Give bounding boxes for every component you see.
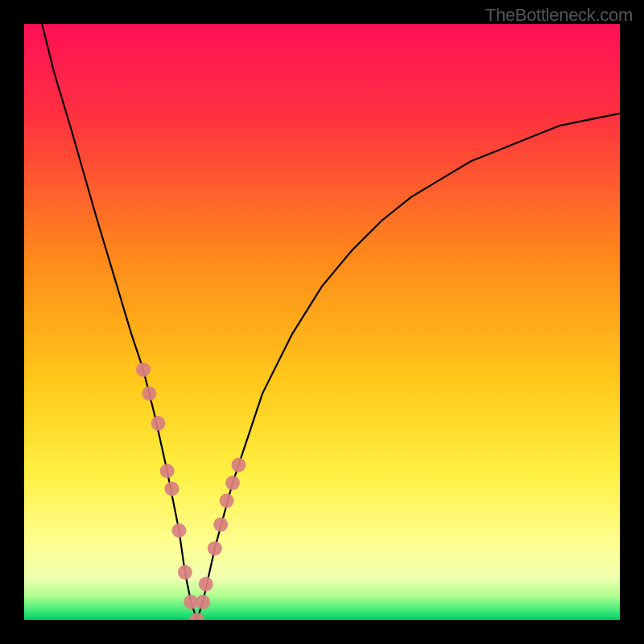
watermark-label: TheBottleneck.com <box>485 5 633 26</box>
marker-dot <box>151 416 166 431</box>
marker-dot <box>196 595 210 609</box>
highlight-markers <box>136 362 246 620</box>
marker-dot <box>165 481 180 496</box>
marker-dot <box>231 458 246 473</box>
marker-dot <box>190 613 204 620</box>
frame-right <box>620 0 644 644</box>
marker-dot <box>213 518 228 532</box>
marker-dot <box>142 386 156 401</box>
bottleneck-curve-path <box>42 24 620 620</box>
marker-dot <box>208 541 222 555</box>
marker-dot <box>171 523 186 538</box>
marker-dot <box>178 565 192 580</box>
frame-left <box>0 0 24 644</box>
frame-bottom <box>0 620 644 644</box>
marker-dot <box>199 577 213 592</box>
marker-dot <box>220 493 234 508</box>
plot-area <box>24 24 620 620</box>
bottleneck-curve-svg <box>24 24 620 620</box>
marker-dot <box>136 362 151 377</box>
marker-dot <box>160 464 175 478</box>
marker-dot <box>225 476 240 490</box>
